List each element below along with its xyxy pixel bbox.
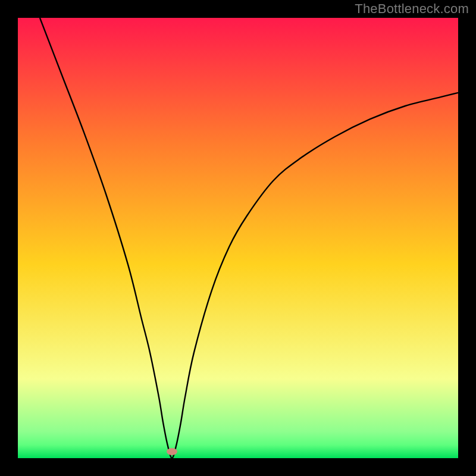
plot-area xyxy=(18,18,458,458)
chart-frame: TheBottleneck.com xyxy=(0,0,476,476)
watermark-text: TheBottleneck.com xyxy=(355,1,469,17)
gradient-background xyxy=(18,18,458,458)
optimum-marker xyxy=(167,448,177,455)
chart-svg xyxy=(18,18,458,458)
